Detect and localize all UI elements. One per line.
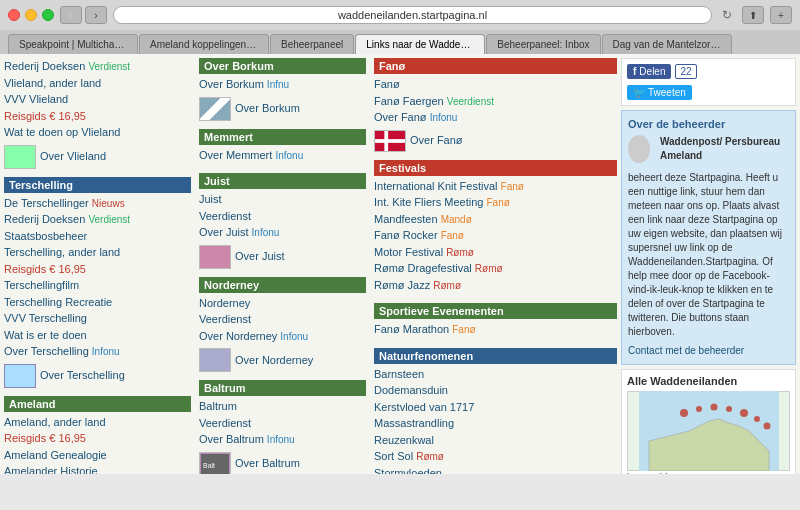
over-memmert-link[interactable]: Over Memmert Infonu [199,147,366,164]
fanoe-faergen-link[interactable]: Fanø Faergen Veerdienst [374,93,617,110]
tab-4[interactable]: Beheerpaneel: Inbox [486,34,600,54]
amelander-historie-link[interactable]: Amelander Historie [4,463,191,474]
facebook-button[interactable]: f Delen [627,64,671,79]
over-borkum-thumb-link[interactable]: Over Borkum [235,100,300,117]
fb-icon: f [633,66,636,77]
wat-is-er-link[interactable]: Wat is er te doen [4,327,191,344]
rederij-doeksen-terschelling-link[interactable]: Rederij Doeksen Verdienst [4,211,191,228]
borkum-links: Over Borkum Infnu [199,76,366,93]
reisgids-terschelling-link[interactable]: Reisgids € 16,95 [4,261,191,278]
over-baltrum-thumb-link[interactable]: Over Baltrum [235,455,300,472]
vvv-vlieland-link[interactable]: VVV Vlieland [4,91,191,108]
over-vlieland-link[interactable]: Over Vlieland [40,148,106,165]
barnsteen-link[interactable]: Barnsteen [374,366,617,383]
stormvloeden-link[interactable]: Stormvloeden [374,465,617,475]
reload-button[interactable]: ↻ [718,6,736,24]
norderney-veerdienst-link[interactable]: Veerdienst [199,311,366,328]
baltrum-veerdienst-link[interactable]: Veerdienst [199,415,366,432]
rederij-doeksen-link[interactable]: Rederij Doeksen Verdienst [4,58,191,75]
over-borkum-link[interactable]: Over Borkum Infnu [199,76,366,93]
reisgids-vlieland-link[interactable]: Reisgids € 16,95 [4,108,191,125]
share-button[interactable]: ⬆ [742,6,764,24]
ameland-genealogie-link[interactable]: Ameland Genealogie [4,447,191,464]
over-juist-link[interactable]: Over Juist Infonu [199,224,366,241]
over-norderney-link[interactable]: Over Norderney Infonu [199,328,366,345]
fanoe-header: Fanø [374,58,617,74]
terschelling-ander-land-link[interactable]: Terschelling, ander land [4,244,191,261]
memmert-header: Memmert [199,129,366,145]
map-link[interactable]: lees er hier meer over [627,472,724,474]
rome-sol-tag: Rømø [416,451,444,462]
minimize-button[interactable] [25,9,37,21]
svg-point-9 [710,404,717,411]
fano-tag3: Fanø [441,230,464,241]
natuur-header: Natuurfenomenen [374,348,617,364]
massastrandling-link[interactable]: Massastrandling [374,415,617,432]
tab-0[interactable]: Speakpoint | Multichannel... [8,34,138,54]
over-juist-thumb-link[interactable]: Over Juist [235,248,285,265]
admin-info: Waddenpost/ Persbureau Ameland [628,135,789,167]
motor-festival-link[interactable]: Motor Festival Rømø [374,244,617,261]
fanoe-marathon-link[interactable]: Fanø Marathon Fanø [374,321,617,338]
fanoe-rocker-link[interactable]: Fanø Rocker Fanø [374,227,617,244]
vlieland-ander-land-link[interactable]: Vlieland, ander land [4,75,191,92]
terschellinger-link[interactable]: De Terschellinger Nieuws [4,195,191,212]
forward-button[interactable]: › [85,6,107,24]
norderney-link[interactable]: Norderney [199,295,366,312]
all-islands-title: Alle Waddeneilanden [627,375,790,387]
admin-box: Over de beheerder Waddenpost/ Persbureau… [621,110,796,365]
social-box: f Delen 22 🐦 Tweeten [621,58,796,106]
over-fanoe-link[interactable]: Over Fanø Infonu [374,109,617,126]
twitter-button[interactable]: 🐦 Tweeten [627,85,692,100]
reisgids-ameland-link[interactable]: Reisgids € 16,95 [4,430,191,447]
title-bar: ‹ › waddeneilanden.startpagina.nl ↻ ⬆ + [0,0,800,30]
kerstvloed-link[interactable]: Kerstvloed van 1717 [374,399,617,416]
reuzenkwal-link[interactable]: Reuzenkwal [374,432,617,449]
svg-point-8 [696,406,702,412]
tweeten-label: Tweeten [648,87,686,98]
ameland-ander-land-link[interactable]: Ameland, ander land [4,414,191,431]
close-button[interactable] [8,9,20,21]
romoe-jazz-link[interactable]: Rømø Jazz Rømø [374,277,617,294]
page-content: Rederij Doeksen Verdienst Vlieland, ande… [0,54,800,474]
over-norderney-thumb-link[interactable]: Over Norderney [235,352,313,369]
tab-2[interactable]: Beheerpaneel [270,34,354,54]
wat-te-doen-vlieland-link[interactable]: Wat te doen op Vlieland [4,124,191,141]
svg-point-13 [763,423,770,430]
over-terschelling-thumb-link[interactable]: Over Terschelling [40,367,125,384]
fanoe-link[interactable]: Fanø [374,76,617,93]
festivals-links: International Knit Festival Fanø Int. Ki… [374,178,617,294]
verdienst-fanoe: Veerdienst [447,96,494,107]
knit-festival-link[interactable]: International Knit Festival Fanø [374,178,617,195]
tab-3[interactable]: Links naar de Waddeneil... [355,34,485,54]
verdienst-tag: Verdienst [88,61,130,72]
mandfeesten-link[interactable]: Mandfeesten Mandø [374,211,617,228]
staatsbosbeheer-link[interactable]: Staatsbosbeheer [4,228,191,245]
address-bar[interactable]: waddeneilanden.startpagina.nl [113,6,712,24]
svg-point-10 [726,406,732,412]
juist-link[interactable]: Juist [199,191,366,208]
tab-1[interactable]: Ameland koppelingen - Per... [139,34,269,54]
terschellingfilm-link[interactable]: Terschellingfilm [4,277,191,294]
baltrum-link[interactable]: Baltrum [199,398,366,415]
back-button[interactable]: ‹ [60,6,82,24]
dodemansduin-link[interactable]: Dodemansduin [374,382,617,399]
social-row-fb: f Delen 22 [627,64,790,79]
new-tab-button[interactable]: + [770,6,792,24]
right-top: Fanø Fanø Fanø Faergen Veerdienst Over F… [374,58,796,474]
over-terschelling-link[interactable]: Over Terschelling Infonu [4,343,191,360]
tab-5[interactable]: Dag van de Mantelzorg 2016 [602,34,732,54]
juist-veerdienst-link[interactable]: Veerdienst [199,208,366,225]
dragefestival-link[interactable]: Rømø Dragefestival Rømø [374,260,617,277]
terschelling-recreatie-link[interactable]: Terschelling Recreatie [4,294,191,311]
sort-sol-link[interactable]: Sort Sol Rømø [374,448,617,465]
contact-admin-link[interactable]: Contact met de beheerder [628,345,744,356]
browser-chrome: ‹ › waddeneilanden.startpagina.nl ↻ ⬆ + … [0,0,800,54]
maximize-button[interactable] [42,9,54,21]
over-baltrum-link[interactable]: Over Baltrum Infonu [199,431,366,448]
vvv-terschelling-link[interactable]: VVV Terschelling [4,310,191,327]
baltrum-links: Baltrum Veerdienst Over Baltrum Infonu [199,398,366,448]
wadden-map [639,391,779,471]
over-fanoe-thumb-link[interactable]: Over Fanø [410,132,463,149]
kite-fliers-link[interactable]: Int. Kite Fliers Meeting Fanø [374,194,617,211]
